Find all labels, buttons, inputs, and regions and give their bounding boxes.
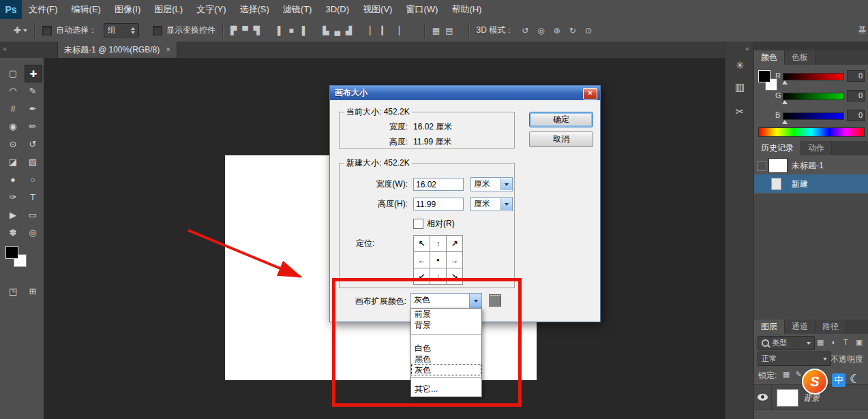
filter-kind-type-icon[interactable]: T [843, 338, 848, 347]
tab-layers[interactable]: 图层 [754, 320, 785, 334]
anchor-e[interactable]: → [447, 252, 462, 268]
blend-mode-combo[interactable]: 正常 [758, 352, 831, 366]
distribute-bottom-edges-icon[interactable]: ▟ [346, 26, 352, 35]
quick-mask-icon[interactable]: ◳ [5, 283, 21, 299]
anchor-nw[interactable]: ↖ [414, 236, 430, 251]
blur-tool-icon[interactable]: ● [5, 171, 21, 187]
tab-close-icon[interactable]: × [166, 45, 170, 55]
layer-visibility-cell[interactable] [754, 385, 772, 409]
menu-filter[interactable]: 滤镜(T) [276, 0, 319, 19]
auto-align-layers-icon[interactable]: ▦ [432, 26, 440, 35]
history-item-selected[interactable]: 新建 [754, 174, 868, 193]
blue-slider[interactable] [783, 112, 844, 120]
workspace-switcher[interactable]: 基 [858, 25, 868, 36]
tab-swatches[interactable]: 色板 [785, 50, 815, 65]
align-bottom-edges-icon[interactable]: ▜ [254, 26, 260, 35]
brush-tool-icon[interactable]: ✏ [25, 118, 41, 134]
history-item-snapshot[interactable]: 未标题-1 [754, 156, 868, 174]
dropdown-option-white[interactable]: 白色 [411, 343, 481, 354]
shape-tool-icon[interactable]: ▭ [25, 206, 41, 223]
distribute-vertical-centers-icon[interactable]: ▄ [334, 26, 340, 35]
green-slider-knob[interactable] [782, 100, 788, 104]
3d-roll-icon[interactable]: ◎ [537, 26, 544, 35]
auto-select-checkbox[interactable] [42, 26, 52, 35]
height-unit-dropdown-icon[interactable] [500, 198, 512, 210]
history-brush-tool-icon[interactable]: ↺ [25, 136, 41, 152]
extension-dropdown-icon[interactable] [469, 294, 481, 308]
lock-paint-icon[interactable]: ✎ [795, 370, 801, 379]
anchor-ne[interactable]: ↗ [447, 236, 462, 251]
width-unit-dropdown-icon[interactable] [500, 179, 512, 190]
show-transform-controls-checkbox[interactable] [153, 26, 162, 35]
blue-slider-knob[interactable] [782, 120, 788, 124]
tab-paths[interactable]: 路径 [815, 320, 846, 334]
anchor-center[interactable]: ● [430, 252, 446, 268]
crop-tool-icon[interactable]: # [5, 100, 21, 117]
sogou-logo-icon[interactable]: S [802, 369, 828, 394]
tab-actions[interactable]: 动作 [801, 141, 832, 155]
tab-channels[interactable]: 通道 [785, 320, 815, 334]
pen-tool-icon[interactable]: ✑ [5, 189, 21, 205]
menu-file[interactable]: 文件(F) [22, 0, 65, 19]
menu-layer[interactable]: 图层(L) [147, 0, 190, 19]
filter-kind-adjustment-icon[interactable]: ◐ [831, 338, 836, 347]
align-right-edges-icon[interactable]: ▐ [299, 26, 305, 35]
menu-image[interactable]: 图像(I) [108, 0, 147, 19]
tool-preset-dropdown-arrow-icon[interactable] [23, 29, 27, 32]
align-vertical-centers-icon[interactable]: ▀ [242, 26, 248, 35]
3d-rotate-icon[interactable]: ↺ [522, 26, 528, 35]
path-selection-tool-icon[interactable]: ▶ [5, 206, 21, 223]
layer-filter-combo[interactable]: 类型 [758, 336, 815, 350]
auto-blend-layers-icon[interactable]: ▤ [445, 26, 453, 35]
spinner-down-icon[interactable] [131, 31, 135, 34]
menu-select[interactable]: 选择(S) [233, 0, 275, 19]
menu-3d[interactable]: 3D(D) [318, 0, 356, 19]
filter-kind-shape-icon[interactable]: ▣ [856, 338, 863, 347]
layer-thumbnail[interactable] [777, 389, 798, 407]
align-top-edges-icon[interactable]: ▛ [230, 26, 237, 35]
dropdown-option-background[interactable]: 背景 [411, 320, 481, 330]
anchor-w[interactable]: ← [414, 252, 430, 268]
3d-pan-icon[interactable]: ⊕ [554, 26, 560, 35]
lock-transparency-icon[interactable]: ▦ [783, 370, 790, 379]
filter-kind-pixel-icon[interactable]: ▦ [817, 338, 824, 347]
height-unit-combo[interactable]: 厘米 [470, 197, 513, 211]
panel-collapse-right-icon[interactable]: « [745, 44, 749, 52]
hand-tool-icon[interactable]: ✽ [5, 224, 21, 240]
relative-checkbox[interactable] [413, 219, 423, 229]
3d-slide-icon[interactable]: ↻ [569, 26, 576, 35]
clone-stamp-tool-icon[interactable]: ⊙ [5, 136, 21, 152]
menu-help[interactable]: 帮助(H) [445, 0, 488, 19]
anchor-sw[interactable]: ↙ [414, 268, 430, 284]
spinner-up-icon[interactable] [131, 27, 135, 30]
panel-collapse-left-icon[interactable]: « [3, 44, 7, 52]
3d-scale-icon[interactable]: ⊙ [585, 26, 592, 35]
green-slider[interactable] [783, 93, 844, 100]
gradient-tool-icon[interactable]: ▨ [25, 153, 41, 170]
foreground-color-swatch[interactable] [5, 246, 18, 259]
dropdown-option-gray[interactable]: 灰色 [411, 364, 481, 375]
cancel-button[interactable]: 取消 [529, 131, 593, 147]
layer-visibility-eye-icon[interactable] [758, 394, 768, 401]
eraser-tool-icon[interactable]: ◪ [5, 153, 21, 170]
dialog-title-bar[interactable]: 画布大小 [330, 86, 600, 100]
extension-color-combo[interactable]: 灰色 [410, 293, 482, 309]
rectangular-marquee-tool-icon[interactable]: ▢ [5, 65, 21, 81]
anchor-se[interactable]: ↘ [447, 268, 462, 284]
document-tab[interactable]: 未标题-1 @ 100%(RGB/8) × [57, 42, 177, 58]
width-input[interactable] [413, 178, 464, 191]
anchor-n[interactable]: ↑ [430, 236, 446, 251]
screen-mode-icon[interactable]: ⊞ [25, 283, 41, 299]
width-unit-combo[interactable]: 厘米 [470, 177, 513, 191]
tab-history[interactable]: 历史记录 [754, 141, 801, 155]
eyedropper-tool-icon[interactable]: ✒ [25, 100, 41, 117]
move-tool-icon[interactable]: ✚ [25, 65, 42, 82]
menu-edit[interactable]: 编辑(E) [65, 0, 108, 19]
ime-language-badge[interactable]: 中 [832, 373, 845, 387]
menu-type[interactable]: 文字(Y) [190, 0, 233, 19]
distribute-horizontal-centers-icon[interactable]: ▎ [381, 26, 387, 35]
dropdown-option-black[interactable]: 黑色 [411, 354, 481, 364]
red-value[interactable]: 0 [847, 70, 865, 82]
quick-selection-tool-icon[interactable]: ✎ [25, 82, 41, 99]
menu-view[interactable]: 视图(V) [356, 0, 399, 19]
